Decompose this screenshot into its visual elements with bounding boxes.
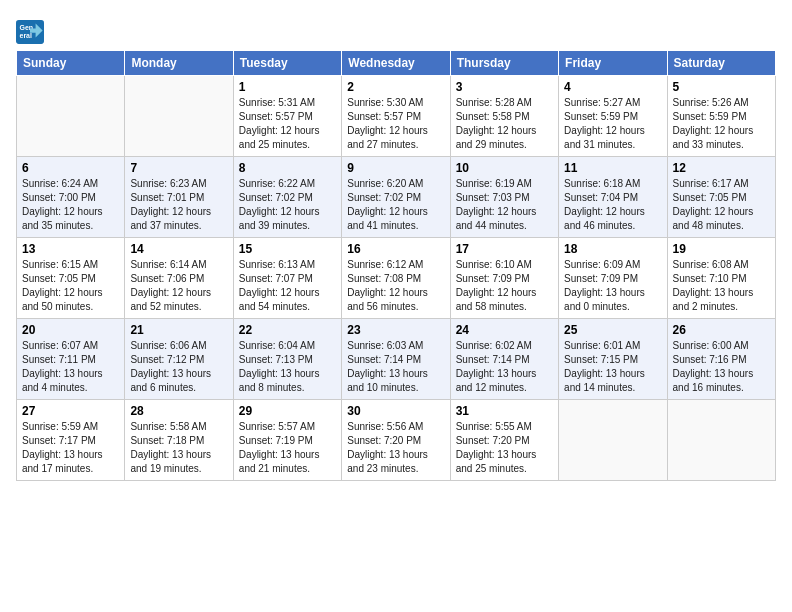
day-number: 15 [239, 242, 336, 256]
day-info: Sunrise: 5:57 AM Sunset: 7:19 PM Dayligh… [239, 420, 336, 476]
day-info: Sunrise: 6:03 AM Sunset: 7:14 PM Dayligh… [347, 339, 444, 395]
calendar-cell: 29Sunrise: 5:57 AM Sunset: 7:19 PM Dayli… [233, 400, 341, 481]
calendar-cell: 7Sunrise: 6:23 AM Sunset: 7:01 PM Daylig… [125, 157, 233, 238]
day-header-wednesday: Wednesday [342, 51, 450, 76]
day-info: Sunrise: 6:06 AM Sunset: 7:12 PM Dayligh… [130, 339, 227, 395]
day-number: 11 [564, 161, 661, 175]
calendar-cell: 4Sunrise: 5:27 AM Sunset: 5:59 PM Daylig… [559, 76, 667, 157]
calendar-cell: 1Sunrise: 5:31 AM Sunset: 5:57 PM Daylig… [233, 76, 341, 157]
calendar-cell: 11Sunrise: 6:18 AM Sunset: 7:04 PM Dayli… [559, 157, 667, 238]
day-number: 16 [347, 242, 444, 256]
calendar-cell: 20Sunrise: 6:07 AM Sunset: 7:11 PM Dayli… [17, 319, 125, 400]
day-info: Sunrise: 6:01 AM Sunset: 7:15 PM Dayligh… [564, 339, 661, 395]
day-number: 25 [564, 323, 661, 337]
day-number: 1 [239, 80, 336, 94]
header: Gen eral [16, 16, 776, 44]
calendar-cell: 23Sunrise: 6:03 AM Sunset: 7:14 PM Dayli… [342, 319, 450, 400]
calendar-cell: 5Sunrise: 5:26 AM Sunset: 5:59 PM Daylig… [667, 76, 775, 157]
day-number: 29 [239, 404, 336, 418]
day-info: Sunrise: 5:26 AM Sunset: 5:59 PM Dayligh… [673, 96, 770, 152]
calendar-table: SundayMondayTuesdayWednesdayThursdayFrid… [16, 50, 776, 481]
day-number: 27 [22, 404, 119, 418]
day-info: Sunrise: 6:18 AM Sunset: 7:04 PM Dayligh… [564, 177, 661, 233]
day-number: 23 [347, 323, 444, 337]
calendar-cell: 10Sunrise: 6:19 AM Sunset: 7:03 PM Dayli… [450, 157, 558, 238]
calendar-cell: 9Sunrise: 6:20 AM Sunset: 7:02 PM Daylig… [342, 157, 450, 238]
day-info: Sunrise: 6:12 AM Sunset: 7:08 PM Dayligh… [347, 258, 444, 314]
day-info: Sunrise: 6:23 AM Sunset: 7:01 PM Dayligh… [130, 177, 227, 233]
day-number: 24 [456, 323, 553, 337]
day-number: 8 [239, 161, 336, 175]
day-info: Sunrise: 6:22 AM Sunset: 7:02 PM Dayligh… [239, 177, 336, 233]
day-header-tuesday: Tuesday [233, 51, 341, 76]
calendar-cell: 16Sunrise: 6:12 AM Sunset: 7:08 PM Dayli… [342, 238, 450, 319]
day-info: Sunrise: 5:55 AM Sunset: 7:20 PM Dayligh… [456, 420, 553, 476]
calendar-cell: 31Sunrise: 5:55 AM Sunset: 7:20 PM Dayli… [450, 400, 558, 481]
day-number: 21 [130, 323, 227, 337]
day-number: 5 [673, 80, 770, 94]
svg-text:eral: eral [20, 32, 33, 39]
day-number: 26 [673, 323, 770, 337]
day-header-monday: Monday [125, 51, 233, 76]
calendar-cell: 15Sunrise: 6:13 AM Sunset: 7:07 PM Dayli… [233, 238, 341, 319]
day-number: 18 [564, 242, 661, 256]
day-number: 19 [673, 242, 770, 256]
calendar-header-row: SundayMondayTuesdayWednesdayThursdayFrid… [17, 51, 776, 76]
day-number: 6 [22, 161, 119, 175]
day-info: Sunrise: 5:28 AM Sunset: 5:58 PM Dayligh… [456, 96, 553, 152]
day-number: 31 [456, 404, 553, 418]
day-number: 14 [130, 242, 227, 256]
day-number: 4 [564, 80, 661, 94]
day-info: Sunrise: 6:10 AM Sunset: 7:09 PM Dayligh… [456, 258, 553, 314]
calendar-cell: 14Sunrise: 6:14 AM Sunset: 7:06 PM Dayli… [125, 238, 233, 319]
week-row-4: 20Sunrise: 6:07 AM Sunset: 7:11 PM Dayli… [17, 319, 776, 400]
calendar-cell: 17Sunrise: 6:10 AM Sunset: 7:09 PM Dayli… [450, 238, 558, 319]
day-info: Sunrise: 6:19 AM Sunset: 7:03 PM Dayligh… [456, 177, 553, 233]
day-info: Sunrise: 5:56 AM Sunset: 7:20 PM Dayligh… [347, 420, 444, 476]
day-info: Sunrise: 6:09 AM Sunset: 7:09 PM Dayligh… [564, 258, 661, 314]
day-number: 13 [22, 242, 119, 256]
day-info: Sunrise: 6:07 AM Sunset: 7:11 PM Dayligh… [22, 339, 119, 395]
calendar-cell: 24Sunrise: 6:02 AM Sunset: 7:14 PM Dayli… [450, 319, 558, 400]
day-number: 20 [22, 323, 119, 337]
calendar-cell: 19Sunrise: 6:08 AM Sunset: 7:10 PM Dayli… [667, 238, 775, 319]
day-header-sunday: Sunday [17, 51, 125, 76]
day-info: Sunrise: 6:17 AM Sunset: 7:05 PM Dayligh… [673, 177, 770, 233]
calendar-cell: 22Sunrise: 6:04 AM Sunset: 7:13 PM Dayli… [233, 319, 341, 400]
day-number: 22 [239, 323, 336, 337]
day-number: 7 [130, 161, 227, 175]
calendar-cell: 26Sunrise: 6:00 AM Sunset: 7:16 PM Dayli… [667, 319, 775, 400]
day-info: Sunrise: 5:58 AM Sunset: 7:18 PM Dayligh… [130, 420, 227, 476]
day-info: Sunrise: 5:27 AM Sunset: 5:59 PM Dayligh… [564, 96, 661, 152]
calendar-cell: 18Sunrise: 6:09 AM Sunset: 7:09 PM Dayli… [559, 238, 667, 319]
calendar-cell: 6Sunrise: 6:24 AM Sunset: 7:00 PM Daylig… [17, 157, 125, 238]
calendar-cell: 28Sunrise: 5:58 AM Sunset: 7:18 PM Dayli… [125, 400, 233, 481]
day-info: Sunrise: 6:15 AM Sunset: 7:05 PM Dayligh… [22, 258, 119, 314]
day-info: Sunrise: 6:20 AM Sunset: 7:02 PM Dayligh… [347, 177, 444, 233]
calendar-cell [559, 400, 667, 481]
day-info: Sunrise: 5:30 AM Sunset: 5:57 PM Dayligh… [347, 96, 444, 152]
day-info: Sunrise: 6:00 AM Sunset: 7:16 PM Dayligh… [673, 339, 770, 395]
calendar-cell: 13Sunrise: 6:15 AM Sunset: 7:05 PM Dayli… [17, 238, 125, 319]
calendar-cell: 3Sunrise: 5:28 AM Sunset: 5:58 PM Daylig… [450, 76, 558, 157]
day-number: 30 [347, 404, 444, 418]
week-row-3: 13Sunrise: 6:15 AM Sunset: 7:05 PM Dayli… [17, 238, 776, 319]
calendar-cell: 27Sunrise: 5:59 AM Sunset: 7:17 PM Dayli… [17, 400, 125, 481]
calendar-cell [125, 76, 233, 157]
day-info: Sunrise: 6:08 AM Sunset: 7:10 PM Dayligh… [673, 258, 770, 314]
day-number: 10 [456, 161, 553, 175]
day-info: Sunrise: 5:31 AM Sunset: 5:57 PM Dayligh… [239, 96, 336, 152]
calendar-cell: 12Sunrise: 6:17 AM Sunset: 7:05 PM Dayli… [667, 157, 775, 238]
calendar-cell [17, 76, 125, 157]
day-info: Sunrise: 5:59 AM Sunset: 7:17 PM Dayligh… [22, 420, 119, 476]
day-number: 3 [456, 80, 553, 94]
day-number: 28 [130, 404, 227, 418]
day-info: Sunrise: 6:14 AM Sunset: 7:06 PM Dayligh… [130, 258, 227, 314]
day-info: Sunrise: 6:24 AM Sunset: 7:00 PM Dayligh… [22, 177, 119, 233]
calendar-cell: 30Sunrise: 5:56 AM Sunset: 7:20 PM Dayli… [342, 400, 450, 481]
week-row-1: 1Sunrise: 5:31 AM Sunset: 5:57 PM Daylig… [17, 76, 776, 157]
calendar-cell: 21Sunrise: 6:06 AM Sunset: 7:12 PM Dayli… [125, 319, 233, 400]
day-number: 12 [673, 161, 770, 175]
day-info: Sunrise: 6:13 AM Sunset: 7:07 PM Dayligh… [239, 258, 336, 314]
day-header-thursday: Thursday [450, 51, 558, 76]
